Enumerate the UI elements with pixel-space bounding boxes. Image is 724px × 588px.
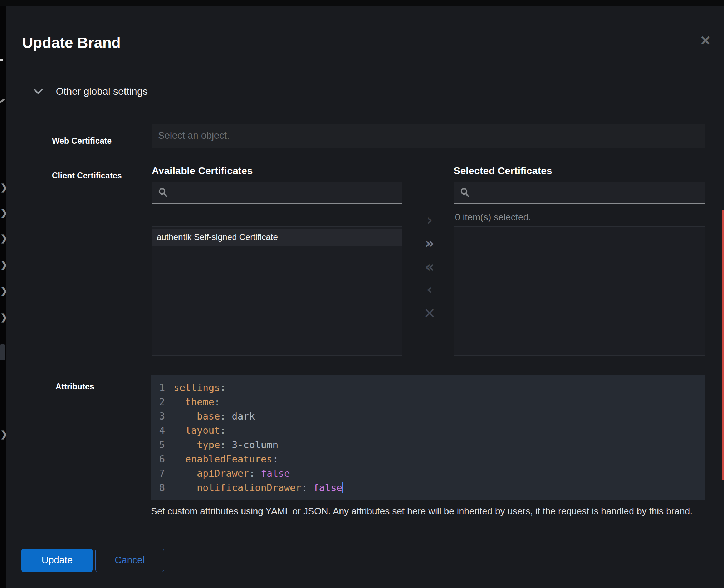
- line-number: 1: [151, 381, 168, 395]
- code-line: 2 theme:: [151, 395, 705, 409]
- web-certificate-label: Web Certificate: [52, 136, 112, 146]
- update-button[interactable]: Update: [21, 549, 93, 572]
- selected-certificates-list[interactable]: [454, 226, 705, 356]
- add-all-icon: »: [425, 235, 434, 251]
- background-top-sliver: [0, 0, 724, 6]
- available-certificates-list[interactable]: authentik Self-signed Certificate: [152, 226, 402, 356]
- remove-all-icon: «: [425, 259, 434, 275]
- code-text: apiDrawer: false: [168, 466, 290, 481]
- section-label: Other global settings: [56, 86, 148, 97]
- available-search-input[interactable]: [170, 187, 398, 198]
- section-toggle-other-global-settings[interactable]: Other global settings: [34, 86, 148, 97]
- add-all-button[interactable]: »: [419, 234, 440, 253]
- available-certificate-item[interactable]: authentik Self-signed Certificate: [152, 229, 402, 246]
- dual-list-controls: ›»«‹✕: [419, 206, 440, 328]
- line-number: 8: [151, 481, 168, 495]
- page-background: ❯❯❯❯❯❯❯ Update Brand ✕ Other global sett…: [0, 0, 724, 588]
- background-chevron-icon: ❯: [0, 182, 6, 192]
- add-selected-icon: ›: [427, 212, 432, 228]
- background-chevron-icon: ❯: [0, 312, 6, 322]
- background-chevron-icon: ❯: [0, 429, 6, 439]
- background-chevron-icon: ❯: [0, 260, 6, 270]
- line-number: 7: [151, 466, 168, 481]
- code-text: type: 3-column: [168, 438, 278, 452]
- add-selected-button[interactable]: ›: [419, 211, 440, 229]
- code-text: layout:: [168, 423, 226, 438]
- line-number: 3: [151, 409, 168, 423]
- code-line: 7 apiDrawer: false: [151, 466, 705, 481]
- code-line: 6 enabledFeatures:: [151, 452, 705, 466]
- code-text: settings:: [168, 381, 226, 395]
- modal-title: Update Brand: [22, 34, 121, 52]
- close-icon: ✕: [700, 33, 711, 48]
- code-line: 1 settings:: [151, 381, 705, 395]
- line-number: 2: [151, 395, 168, 409]
- remove-selected-button[interactable]: ‹: [419, 280, 440, 299]
- search-icon: [460, 187, 470, 197]
- selected-certificates-heading: Selected Certificates: [454, 165, 552, 177]
- client-certificates-label: Client Certificates: [52, 171, 122, 181]
- code-line: 5 type: 3-column: [151, 438, 705, 452]
- attributes-code-editor[interactable]: 1 settings:2 theme:3 base: dark4 layout:…: [151, 375, 705, 500]
- remove-selected-icon: ‹: [427, 281, 432, 298]
- available-certificates-heading: Available Certificates: [152, 165, 253, 177]
- selected-search-box: [454, 182, 705, 204]
- background-chevron-icon: ❯: [0, 233, 6, 243]
- code-line: 3 base: dark: [151, 409, 705, 423]
- background-sidebar-sliver: ❯❯❯❯❯❯❯: [0, 0, 6, 588]
- code-line: 4 layout:: [151, 423, 705, 438]
- background-dash-icon: [0, 59, 3, 61]
- line-number: 6: [151, 452, 168, 466]
- web-certificate-input[interactable]: [152, 124, 705, 148]
- attributes-help-text: Set custom attributes using YAML or JSON…: [151, 506, 693, 517]
- available-search-box: [152, 182, 402, 204]
- text-cursor: [342, 482, 343, 493]
- code-text: notificationDrawer: false: [168, 481, 343, 495]
- background-chevron-icon: ❯: [0, 208, 6, 218]
- background-scroll-thumb: [0, 344, 5, 360]
- code-line: 8 notificationDrawer: false: [151, 481, 705, 495]
- red-edge-accent: [722, 210, 724, 480]
- line-number: 5: [151, 438, 168, 452]
- attributes-label: Attributes: [55, 382, 94, 392]
- clear-button[interactable]: ✕: [419, 304, 440, 323]
- background-chevron-icon: ❯: [0, 286, 6, 296]
- update-brand-modal: Update Brand ✕ Other global settings Web…: [6, 6, 724, 588]
- search-icon: [158, 187, 168, 197]
- close-button[interactable]: ✕: [694, 29, 717, 52]
- code-text: enabledFeatures:: [168, 452, 278, 466]
- selected-search-input[interactable]: [472, 187, 701, 198]
- selected-count-status: 0 item(s) selected.: [455, 212, 531, 223]
- cancel-button[interactable]: Cancel: [95, 549, 164, 572]
- background-check-icon: [0, 98, 5, 104]
- remove-all-button[interactable]: «: [419, 258, 440, 276]
- line-number: 4: [151, 423, 168, 438]
- clear-icon: ✕: [424, 305, 436, 322]
- code-text: base: dark: [168, 409, 255, 423]
- chevron-down-icon: [34, 89, 43, 94]
- code-text: theme:: [168, 395, 220, 409]
